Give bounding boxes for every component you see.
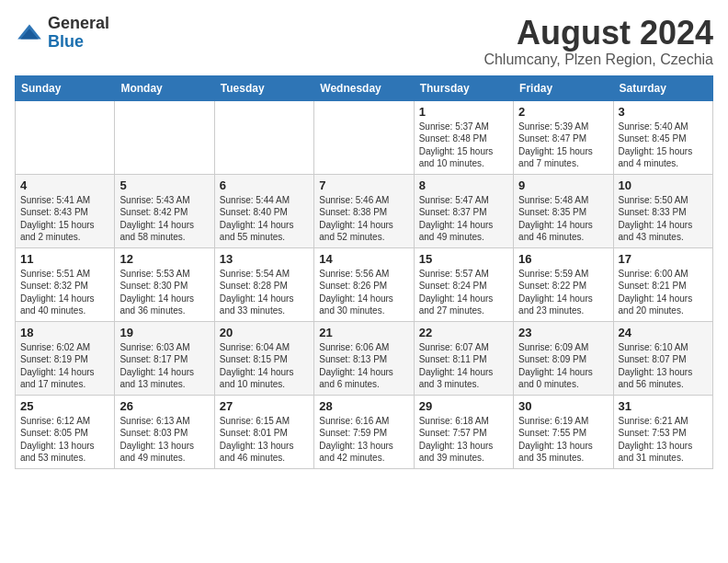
day-number: 7 (319, 178, 408, 192)
day-info: Sunrise: 6:06 AMSunset: 8:13 PMDaylight:… (319, 341, 408, 391)
logo-general: General (48, 14, 109, 32)
day-number: 18 (20, 326, 109, 339)
calendar-day-cell: 22Sunrise: 6:07 AMSunset: 8:11 PMDayligh… (414, 321, 513, 395)
logo-icon (15, 18, 44, 48)
title-block: August 2024 Chlumcany, Plzen Region, Cze… (483, 15, 713, 68)
calendar-day-cell (214, 100, 313, 174)
calendar-week-row: 4Sunrise: 5:41 AMSunset: 8:43 PMDaylight… (16, 174, 713, 247)
calendar-day-cell (16, 100, 115, 174)
day-info: Sunrise: 5:44 AMSunset: 8:40 PMDaylight:… (220, 194, 309, 244)
day-info: Sunrise: 5:37 AMSunset: 8:48 PMDaylight:… (419, 121, 508, 170)
calendar-day-cell: 6Sunrise: 5:44 AMSunset: 8:40 PMDaylight… (214, 174, 313, 247)
day-of-week-header: Thursday (414, 75, 513, 100)
day-info: Sunrise: 5:50 AMSunset: 8:33 PMDaylight:… (619, 194, 708, 244)
calendar-day-cell: 30Sunrise: 6:19 AMSunset: 7:55 PMDayligh… (514, 395, 613, 468)
day-number: 29 (419, 399, 508, 413)
day-of-week-header: Wednesday (314, 75, 414, 100)
calendar-day-cell: 17Sunrise: 6:00 AMSunset: 8:21 PMDayligh… (613, 247, 712, 321)
calendar-day-cell: 18Sunrise: 6:02 AMSunset: 8:19 PMDayligh… (16, 321, 115, 395)
day-info: Sunrise: 6:04 AMSunset: 8:15 PMDaylight:… (220, 341, 309, 391)
logo-blue: Blue (48, 32, 84, 51)
day-number: 20 (220, 326, 309, 339)
day-info: Sunrise: 5:48 AMSunset: 8:35 PMDaylight:… (518, 194, 608, 244)
day-number: 26 (119, 399, 209, 413)
day-number: 22 (419, 326, 508, 339)
day-number: 12 (119, 252, 209, 266)
calendar-day-cell: 20Sunrise: 6:04 AMSunset: 8:15 PMDayligh… (214, 321, 313, 395)
day-info: Sunrise: 6:00 AMSunset: 8:21 PMDaylight:… (619, 268, 708, 317)
day-number: 11 (20, 252, 109, 266)
day-number: 15 (419, 252, 508, 266)
calendar-day-cell: 23Sunrise: 6:09 AMSunset: 8:09 PMDayligh… (514, 321, 613, 395)
day-number: 24 (619, 326, 708, 339)
day-info: Sunrise: 6:03 AMSunset: 8:17 PMDaylight:… (119, 341, 209, 391)
day-of-week-header: Sunday (16, 75, 115, 100)
day-info: Sunrise: 6:21 AMSunset: 7:53 PMDaylight:… (619, 415, 708, 465)
day-info: Sunrise: 5:56 AMSunset: 8:26 PMDaylight:… (319, 268, 408, 317)
calendar-day-cell: 26Sunrise: 6:13 AMSunset: 8:03 PMDayligh… (115, 395, 214, 468)
calendar-day-cell: 12Sunrise: 5:53 AMSunset: 8:30 PMDayligh… (115, 247, 214, 321)
day-info: Sunrise: 5:51 AMSunset: 8:32 PMDaylight:… (20, 268, 109, 317)
day-info: Sunrise: 6:15 AMSunset: 8:01 PMDaylight:… (220, 415, 309, 465)
calendar-day-cell: 15Sunrise: 5:57 AMSunset: 8:24 PMDayligh… (414, 247, 513, 321)
calendar-day-cell (115, 100, 214, 174)
day-number: 8 (419, 178, 508, 192)
day-info: Sunrise: 5:54 AMSunset: 8:28 PMDaylight:… (220, 268, 309, 317)
day-number: 13 (220, 252, 309, 266)
day-info: Sunrise: 5:59 AMSunset: 8:22 PMDaylight:… (518, 268, 608, 317)
calendar-table: SundayMondayTuesdayWednesdayThursdayFrid… (15, 75, 713, 469)
day-info: Sunrise: 5:39 AMSunset: 8:47 PMDaylight:… (518, 121, 608, 170)
day-info: Sunrise: 5:47 AMSunset: 8:37 PMDaylight:… (419, 194, 508, 244)
day-number: 23 (518, 326, 608, 339)
day-info: Sunrise: 6:18 AMSunset: 7:57 PMDaylight:… (419, 415, 508, 465)
day-number: 31 (619, 399, 708, 413)
day-info: Sunrise: 5:53 AMSunset: 8:30 PMDaylight:… (119, 268, 209, 317)
day-number: 25 (20, 399, 109, 413)
calendar-day-cell: 27Sunrise: 6:15 AMSunset: 8:01 PMDayligh… (214, 395, 313, 468)
day-info: Sunrise: 6:07 AMSunset: 8:11 PMDaylight:… (419, 341, 508, 391)
calendar-day-cell: 21Sunrise: 6:06 AMSunset: 8:13 PMDayligh… (314, 321, 414, 395)
day-number: 1 (419, 105, 508, 119)
day-number: 6 (220, 178, 309, 192)
day-number: 28 (319, 399, 408, 413)
day-number: 19 (119, 326, 209, 339)
day-info: Sunrise: 5:40 AMSunset: 8:45 PMDaylight:… (619, 121, 708, 170)
calendar-day-cell: 10Sunrise: 5:50 AMSunset: 8:33 PMDayligh… (613, 174, 712, 247)
calendar-week-row: 25Sunrise: 6:12 AMSunset: 8:05 PMDayligh… (16, 395, 713, 468)
day-info: Sunrise: 6:02 AMSunset: 8:19 PMDaylight:… (20, 341, 109, 391)
month-title: August 2024 (483, 15, 713, 52)
calendar-day-cell: 13Sunrise: 5:54 AMSunset: 8:28 PMDayligh… (214, 247, 313, 321)
location-subtitle: Chlumcany, Plzen Region, Czechia (483, 52, 713, 68)
calendar-day-cell: 25Sunrise: 6:12 AMSunset: 8:05 PMDayligh… (16, 395, 115, 468)
day-number: 17 (619, 252, 708, 266)
day-number: 14 (319, 252, 408, 266)
day-number: 9 (518, 178, 608, 192)
day-number: 5 (119, 178, 209, 192)
day-info: Sunrise: 6:16 AMSunset: 7:59 PMDaylight:… (319, 415, 408, 465)
calendar-day-cell: 31Sunrise: 6:21 AMSunset: 7:53 PMDayligh… (613, 395, 712, 468)
day-of-week-header: Monday (115, 75, 214, 100)
calendar-day-cell (314, 100, 414, 174)
page-header: General Blue August 2024 Chlumcany, Plze… (15, 15, 713, 68)
day-number: 27 (220, 399, 309, 413)
calendar-day-cell: 7Sunrise: 5:46 AMSunset: 8:38 PMDaylight… (314, 174, 414, 247)
day-number: 10 (619, 178, 708, 192)
day-number: 16 (518, 252, 608, 266)
days-header-row: SundayMondayTuesdayWednesdayThursdayFrid… (16, 75, 713, 100)
day-of-week-header: Friday (514, 75, 613, 100)
calendar-day-cell: 14Sunrise: 5:56 AMSunset: 8:26 PMDayligh… (314, 247, 414, 321)
day-of-week-header: Tuesday (214, 75, 313, 100)
day-info: Sunrise: 5:57 AMSunset: 8:24 PMDaylight:… (419, 268, 508, 317)
calendar-week-row: 11Sunrise: 5:51 AMSunset: 8:32 PMDayligh… (16, 247, 713, 321)
calendar-day-cell: 5Sunrise: 5:43 AMSunset: 8:42 PMDaylight… (115, 174, 214, 247)
day-info: Sunrise: 5:43 AMSunset: 8:42 PMDaylight:… (119, 194, 209, 244)
day-number: 21 (319, 326, 408, 339)
day-info: Sunrise: 5:46 AMSunset: 8:38 PMDaylight:… (319, 194, 408, 244)
day-of-week-header: Saturday (613, 75, 712, 100)
calendar-day-cell: 24Sunrise: 6:10 AMSunset: 8:07 PMDayligh… (613, 321, 712, 395)
day-info: Sunrise: 6:12 AMSunset: 8:05 PMDaylight:… (20, 415, 109, 465)
calendar-day-cell: 8Sunrise: 5:47 AMSunset: 8:37 PMDaylight… (414, 174, 513, 247)
day-number: 30 (518, 399, 608, 413)
day-number: 3 (619, 105, 708, 119)
calendar-day-cell: 1Sunrise: 5:37 AMSunset: 8:48 PMDaylight… (414, 100, 513, 174)
